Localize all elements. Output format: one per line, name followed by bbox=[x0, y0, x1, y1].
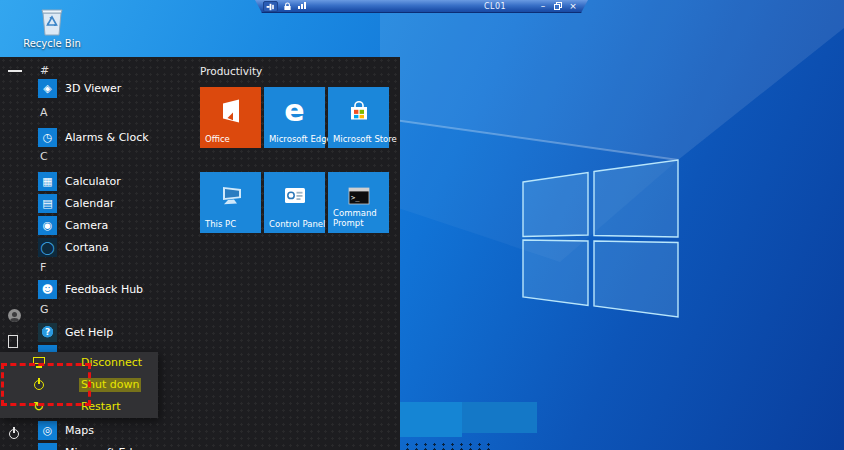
edge-icon: e bbox=[38, 443, 57, 450]
sidebar-item-documents[interactable] bbox=[8, 335, 18, 348]
restore-icon bbox=[554, 2, 562, 10]
power-menu-item-shut-down[interactable]: Shut down bbox=[0, 374, 158, 396]
recycle-bin-label: Recycle Bin bbox=[22, 38, 82, 49]
maps-icon: ◎ bbox=[38, 421, 57, 440]
app-list-item[interactable]: ? Get Help bbox=[38, 322, 113, 342]
pin-button[interactable] bbox=[263, 1, 278, 12]
alarms-clock-icon: ◷ bbox=[38, 128, 57, 147]
edge-icon: e bbox=[284, 96, 304, 126]
documents-icon bbox=[8, 335, 18, 348]
power-icon bbox=[33, 378, 45, 391]
lock-icon bbox=[283, 2, 292, 11]
office-icon bbox=[219, 98, 243, 128]
recycle-bin-shortcut[interactable]: Recycle Bin bbox=[22, 5, 82, 49]
sidebar-item-power[interactable] bbox=[8, 425, 20, 444]
tile-group-title: Productivity bbox=[200, 65, 262, 77]
app-list-header[interactable]: F bbox=[40, 258, 46, 278]
app-list-item[interactable]: e Microsoft Edge bbox=[38, 442, 146, 450]
app-list-item[interactable]: ◯ Cortana bbox=[38, 237, 109, 257]
app-list-item[interactable]: ▤ Calendar bbox=[38, 193, 114, 213]
power-menu-item-disconnect[interactable]: Disconnect bbox=[0, 352, 158, 374]
get-help-icon: ? bbox=[38, 323, 57, 342]
tile-office[interactable]: Office bbox=[200, 87, 261, 148]
app-list-item[interactable]: ◈ 3D Viewer bbox=[38, 78, 121, 98]
recycle-bin-icon bbox=[37, 5, 67, 37]
rdp-connection-bar: CL01 – × bbox=[255, 0, 588, 13]
tile-command-prompt[interactable]: >_ Command Prompt bbox=[328, 172, 389, 233]
watermark-block-right bbox=[462, 402, 537, 433]
tile-this-pc[interactable]: This PC bbox=[200, 172, 261, 233]
minimize-button[interactable]: – bbox=[537, 1, 549, 11]
restart-icon: ↻ bbox=[33, 400, 44, 413]
watermark-block-left bbox=[400, 402, 462, 437]
app-list-header[interactable]: G bbox=[40, 300, 49, 320]
restore-button[interactable] bbox=[552, 1, 564, 11]
watermark-cover bbox=[400, 402, 537, 437]
feedback-hub-icon: ☻ bbox=[38, 280, 57, 299]
power-menu-flyout: Disconnect Shut down ↻ Restart bbox=[0, 352, 158, 418]
app-list-header[interactable]: C bbox=[40, 147, 48, 167]
close-button[interactable]: × bbox=[567, 1, 579, 11]
tile-microsoft-edge[interactable]: e Microsoft Edge bbox=[264, 87, 325, 148]
app-list-item[interactable]: ▦ Calculator bbox=[38, 171, 121, 191]
control-panel-icon bbox=[284, 187, 306, 209]
rdp-session-title: CL01 bbox=[455, 0, 535, 13]
store-bag-icon bbox=[348, 99, 370, 127]
calendar-icon: ▤ bbox=[38, 194, 57, 213]
tile-microsoft-store[interactable]: Microsoft Store bbox=[328, 87, 389, 148]
sidebar-item-user[interactable] bbox=[8, 309, 21, 322]
app-list-header[interactable]: A bbox=[40, 103, 48, 123]
camera-icon: ◉ bbox=[38, 216, 57, 235]
svg-text:>_: >_ bbox=[351, 193, 360, 201]
app-list-item[interactable]: ◷ Alarms & Clock bbox=[38, 127, 149, 147]
calculator-icon: ▦ bbox=[38, 172, 57, 191]
start-menu: # ◈ 3D Viewer A ◷ Alarms & Clock C ▦ Cal… bbox=[0, 57, 400, 450]
app-list-item[interactable]: ◉ Camera bbox=[38, 215, 108, 235]
windows-logo-icon bbox=[523, 160, 678, 317]
app-list-item[interactable]: ☻ Feedback Hub bbox=[38, 279, 143, 299]
user-avatar-icon bbox=[8, 309, 21, 322]
signal-strength-icon bbox=[298, 2, 306, 9]
command-prompt-icon: >_ bbox=[348, 187, 370, 209]
tile-control-panel[interactable]: Control Panel bbox=[264, 172, 325, 233]
computer-icon bbox=[217, 185, 245, 211]
pushpin-icon bbox=[266, 3, 275, 11]
monitor-icon bbox=[33, 356, 47, 369]
partially-hidden-app-icon bbox=[38, 345, 57, 352]
cortana-icon: ◯ bbox=[38, 238, 57, 257]
3d-viewer-icon: ◈ bbox=[38, 79, 57, 98]
power-menu-item-restart[interactable]: ↻ Restart bbox=[0, 396, 158, 418]
app-list-item[interactable]: ◎ Maps bbox=[38, 420, 94, 440]
power-button-icon bbox=[8, 427, 20, 440]
